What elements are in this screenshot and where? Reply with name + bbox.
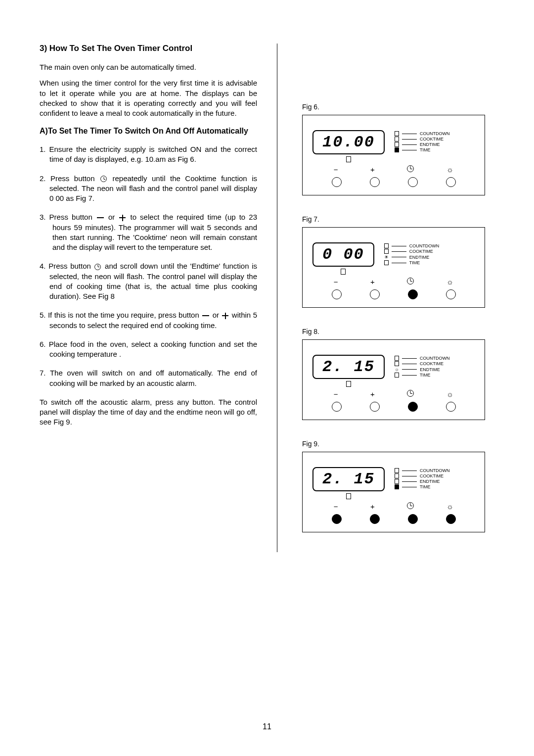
ind-endtime: ENDTIME: [420, 479, 440, 484]
clock-icon: [407, 278, 414, 284]
ind-time: TIME: [409, 260, 420, 265]
timer-panel-fig9: 2. 15 COUNTDOWN COOKTIME ENDTIME TIME − …: [302, 452, 485, 532]
step-3-text-a: 3. Press button: [40, 213, 96, 221]
ind-endtime: ENDTIME: [420, 142, 440, 147]
clock-button[interactable]: [408, 177, 418, 187]
step-5-text-b: or: [210, 311, 221, 319]
ind-time: TIME: [420, 373, 431, 378]
minus-button[interactable]: [332, 402, 342, 412]
step-6: 6. Place food in the oven, select a cook…: [40, 339, 257, 360]
indicator-list: COUNTDOWN COOKTIME ENDTIME TIME: [395, 468, 450, 489]
plus-icon: +: [370, 390, 375, 399]
fig-9-label: Fig 9.: [302, 440, 485, 448]
timer-panel-fig7: 0 00 COUNTDOWN COOKTIME ☀ENDTIME TIME − …: [302, 227, 485, 308]
minus-icon: −: [334, 165, 338, 174]
indicator-list: COUNTDOWN COOKTIME ☀ENDTIME TIME: [384, 243, 440, 265]
plus-icon: +: [370, 502, 375, 511]
lcd-display: 2. 15: [312, 355, 385, 379]
sun-icon: ☼: [446, 278, 454, 286]
clock-icon: [407, 390, 414, 397]
auto-indicator: [346, 493, 351, 499]
step-3: 3. Press button or to select the require…: [40, 212, 257, 252]
plus-icon: [222, 313, 228, 319]
lcd-text: 2. 15: [322, 358, 375, 376]
minus-button[interactable]: [332, 289, 342, 299]
plus-button[interactable]: [370, 402, 380, 412]
plus-button[interactable]: [370, 289, 380, 299]
clock-button[interactable]: [408, 289, 418, 299]
lcd-display: 0 00: [312, 242, 374, 267]
fig-6-label: Fig 6.: [302, 103, 485, 111]
ind-cooktime: COOKTIME: [420, 361, 444, 366]
sun-icon: ☀: [384, 254, 389, 260]
ind-countdown: COUNTDOWN: [420, 468, 450, 473]
ind-time: TIME: [420, 484, 431, 489]
plus-button[interactable]: [370, 177, 380, 187]
minus-icon: −: [334, 390, 338, 399]
ind-countdown: COUNTDOWN: [409, 243, 440, 248]
step-4-text-a: 4. Press button: [40, 262, 93, 270]
ind-time: TIME: [420, 147, 431, 152]
fig-7-label: Fig 7.: [302, 215, 485, 223]
minus-button[interactable]: [332, 514, 342, 524]
ind-cooktime: COOKTIME: [420, 137, 444, 142]
step-5-text-a: 5. If this is not the time you require, …: [40, 311, 201, 319]
sun-icon: ☼: [395, 367, 399, 372]
step-2-text-a: 2. Press button: [40, 174, 99, 183]
sun-button[interactable]: [446, 177, 456, 187]
section-heading: 3) How To Set The Oven Timer Control: [40, 44, 257, 53]
minus-icon: [202, 315, 209, 316]
auto-indicator: [346, 381, 351, 387]
step-7: 7. The oven will switch on and off autom…: [40, 368, 257, 388]
step-2: 2. Press button repeatedly until the Coo…: [40, 174, 257, 204]
clock-icon: [100, 176, 107, 182]
auto-indicator: [341, 269, 346, 275]
step-4: 4. Press button and scroll down until th…: [40, 261, 257, 301]
ind-cooktime: COOKTIME: [420, 473, 444, 478]
subsection-a-heading: A)To Set The Timer To Switch On And Off …: [40, 126, 257, 137]
lcd-text: 10.00: [322, 133, 375, 151]
lcd-display: 10.00: [312, 130, 385, 154]
sun-icon: ☼: [446, 165, 454, 174]
clock-button[interactable]: [408, 402, 418, 412]
clock-button[interactable]: [408, 514, 418, 524]
plus-button[interactable]: [370, 514, 380, 524]
minus-button[interactable]: [332, 177, 342, 187]
sun-icon: ☼: [446, 502, 454, 511]
ind-endtime: ENDTIME: [409, 255, 430, 260]
plus-icon: +: [370, 165, 375, 174]
sun-button[interactable]: [446, 402, 456, 412]
plus-icon: [119, 215, 126, 221]
indicator-list: COUNTDOWN COOKTIME ☼ENDTIME TIME: [395, 356, 450, 378]
minus-icon: −: [334, 502, 338, 511]
sun-icon: ☼: [446, 390, 454, 399]
step-1: 1. Ensure the electricity supply is swit…: [40, 144, 257, 165]
ind-countdown: COUNTDOWN: [420, 356, 450, 361]
step-3-text-b: or: [105, 213, 119, 221]
page-number: 11: [263, 722, 271, 731]
timer-panel-fig8: 2. 15 COUNTDOWN COOKTIME ☼ENDTIME TIME −…: [302, 339, 485, 420]
lcd-display: 2. 15: [312, 467, 385, 491]
minus-icon: [97, 217, 104, 218]
lcd-text: 2. 15: [322, 470, 375, 488]
lcd-text: 0 00: [322, 245, 364, 264]
plus-icon: +: [370, 278, 375, 286]
fig-8-label: Fig 8.: [302, 328, 485, 335]
auto-indicator: [346, 156, 351, 162]
ind-endtime: ENDTIME: [420, 367, 440, 372]
outro-para: To switch off the acoustic alarm, press …: [40, 397, 257, 427]
ind-cooktime: COOKTIME: [409, 249, 433, 254]
sun-button[interactable]: [446, 514, 456, 524]
minus-icon: −: [334, 278, 338, 286]
clock-icon: [407, 165, 414, 172]
sun-button[interactable]: [446, 289, 456, 299]
intro-para-1: The main oven only can be automatically …: [40, 62, 257, 72]
clock-icon: [407, 502, 414, 509]
indicator-list: COUNTDOWN COOKTIME ENDTIME TIME: [395, 131, 450, 152]
intro-para-2: When using the timer control for the ver…: [40, 78, 257, 118]
ind-countdown: COUNTDOWN: [420, 131, 450, 136]
step-5: 5. If this is not the time you require, …: [40, 310, 257, 331]
timer-panel-fig6: 10.00 COUNTDOWN COOKTIME ENDTIME TIME − …: [302, 115, 485, 195]
clock-icon: [94, 264, 101, 270]
